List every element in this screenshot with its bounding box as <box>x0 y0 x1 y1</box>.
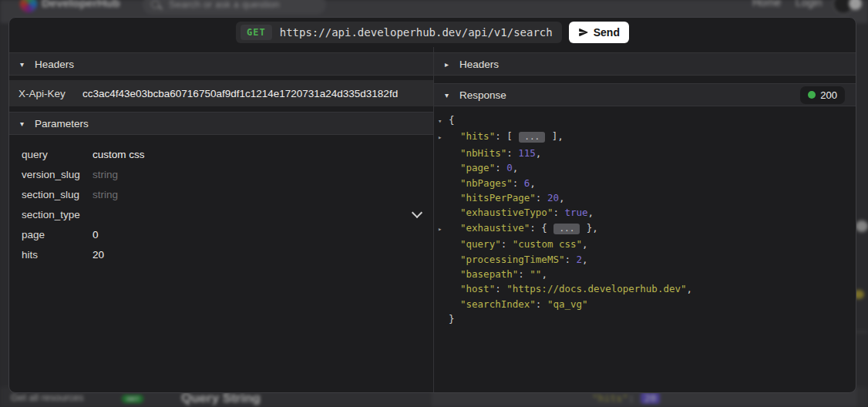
json-content: "hitsPerPage": 20, <box>449 190 565 205</box>
expand-toggle-icon[interactable]: ▸ <box>438 222 449 237</box>
response-headers-section-toggle[interactable]: ▸ Headers <box>434 52 856 76</box>
header-row-x-api-key: X-Api-Key cc3ac4f43e03bcba60716750af9df1… <box>9 80 433 106</box>
json-token: { <box>449 114 455 126</box>
status-dot-icon <box>808 91 816 99</box>
json-line: "page": 0, <box>438 160 856 175</box>
json-token: , <box>541 268 547 280</box>
expand-toggle-icon[interactable]: ▸ <box>438 130 449 145</box>
json-content: "query": "custom css", <box>449 237 588 251</box>
json-content: "nbPages": 6, <box>449 176 536 190</box>
collapsed-ellipsis[interactable]: ... <box>553 224 580 234</box>
caret-down-icon: ▾ <box>445 91 452 99</box>
collapsed-ellipsis[interactable]: ... <box>519 132 545 143</box>
json-token: : <box>506 147 518 159</box>
json-token: , <box>588 207 594 218</box>
json-line: "query": "custom css", <box>438 237 856 251</box>
json-content: "exhaustiveTypo": true, <box>449 205 594 220</box>
json-line: "searchIndex": "qa_vg" <box>438 297 856 311</box>
param-input-query[interactable] <box>93 149 424 160</box>
json-token: "custom css" <box>513 238 582 250</box>
json-line: ▸"exhaustive": { ... }, <box>438 220 856 237</box>
json-token: , <box>687 283 693 294</box>
json-token: "basepath" <box>460 268 518 280</box>
json-line: "exhaustiveTypo": true, <box>438 205 856 220</box>
header-name: X-Api-Key <box>19 88 82 99</box>
json-token: "qa_vg" <box>547 298 588 310</box>
parameters-section-toggle[interactable]: ▾ Parameters <box>9 112 433 135</box>
param-row-version_slug: version_slug <box>9 164 433 184</box>
json-token: "hits" <box>460 130 495 142</box>
caret-down-icon: ▾ <box>20 60 27 69</box>
screen: DeveloperHub Search or ask a question Ho… <box>0 0 868 407</box>
request-url-input[interactable]: https://api.developerhub.dev/api/v1/sear… <box>280 26 553 39</box>
json-content: "basepath": "", <box>449 267 547 281</box>
json-line: "processingTimeMS": 2, <box>438 252 856 267</box>
param-input-version_slug[interactable] <box>93 169 424 180</box>
json-content: "host": "https://docs.developerhub.dev", <box>449 281 692 296</box>
modal-body: ▾ Headers X-Api-Key cc3ac4f43e03bcba6071… <box>9 47 856 393</box>
param-input-section_slug[interactable] <box>93 189 424 200</box>
collapse-toggle-icon[interactable]: ▾ <box>438 114 449 129</box>
parameters-list: queryversion_slugsection_slugsection_typ… <box>9 144 433 264</box>
request-panel: ▾ Headers X-Api-Key cc3ac4f43e03bcba6071… <box>9 47 434 393</box>
request-bar: GET https://api.developerhub.dev/api/v1/… <box>9 18 856 47</box>
json-line: "basepath": "", <box>438 267 856 281</box>
param-label: section_type <box>22 209 93 220</box>
param-row-section_slug: section_slug <box>9 184 433 204</box>
param-label: version_slug <box>22 169 93 180</box>
param-label: hits <box>22 249 93 261</box>
json-token: "exhaustive" <box>460 222 530 234</box>
json-token: "https://docs.developerhub.dev" <box>506 283 686 294</box>
json-line: "nbPages": 6, <box>438 176 856 190</box>
response-section-toggle[interactable]: ▾ Response 200 <box>434 83 856 106</box>
json-content: "searchIndex": "qa_vg" <box>449 297 588 311</box>
json-token: "query" <box>460 238 501 250</box>
json-content: "processingTimeMS": 2, <box>449 252 588 267</box>
json-content: { <box>449 113 455 127</box>
caret-down-icon: ▾ <box>20 119 27 128</box>
response-panel: ▸ Headers ▾ Response 200 ▾{▸"hits": [ ..… <box>434 47 856 393</box>
json-content: "exhaustive": { ... }, <box>449 220 598 235</box>
x-api-key-value[interactable]: cc3ac4f43e03bcba60716750af9df1c1214e1720… <box>82 88 398 99</box>
json-line: } <box>438 311 856 326</box>
json-token: : <box>564 254 576 265</box>
json-token: 0 <box>506 162 513 173</box>
json-token: ], <box>546 130 564 142</box>
json-line: "nbHits": 115, <box>438 146 856 160</box>
param-label: page <box>22 229 93 240</box>
json-token: "processingTimeMS" <box>460 254 564 265</box>
request-headers-section-toggle[interactable]: ▾ Headers <box>9 52 433 76</box>
json-token: , <box>536 147 542 159</box>
method-badge: GET <box>241 25 272 40</box>
json-token: : <box>513 177 524 189</box>
chevron-down-icon <box>412 207 422 218</box>
json-token: "searchIndex" <box>460 298 536 310</box>
json-token: "nbPages" <box>460 177 513 189</box>
param-label: section_slug <box>22 189 93 200</box>
json-token: "hitsPerPage" <box>460 192 536 204</box>
param-select-section_type[interactable] <box>93 204 424 224</box>
try-it-modal: GET https://api.developerhub.dev/api/v1/… <box>8 17 856 393</box>
json-token: , <box>582 238 588 250</box>
section-title: Response <box>459 89 506 101</box>
request-url-bar: GET https://api.developerhub.dev/api/v1/… <box>236 22 562 43</box>
section-title: Headers <box>35 59 74 70</box>
json-token: : <box>536 192 547 204</box>
param-row-query: query <box>9 144 433 164</box>
status-badge: 200 <box>800 86 845 104</box>
json-token: : <box>553 207 564 218</box>
json-line: "hitsPerPage": 20, <box>438 190 856 205</box>
json-content: } <box>449 311 455 326</box>
json-token: "" <box>530 268 541 280</box>
param-input-hits[interactable] <box>93 249 424 261</box>
json-token: : <box>536 298 547 310</box>
param-input-page[interactable] <box>93 229 424 240</box>
json-token: } <box>449 313 455 325</box>
response-json: ▾{▸"hits": [ ... ],"nbHits": 115,"page":… <box>434 113 856 327</box>
json-token: "page" <box>460 162 495 173</box>
json-content: "page": 0, <box>449 160 518 175</box>
send-button[interactable]: Send <box>569 22 629 43</box>
json-token: }, <box>580 222 598 234</box>
send-icon <box>578 27 589 38</box>
json-token: , <box>530 177 536 189</box>
